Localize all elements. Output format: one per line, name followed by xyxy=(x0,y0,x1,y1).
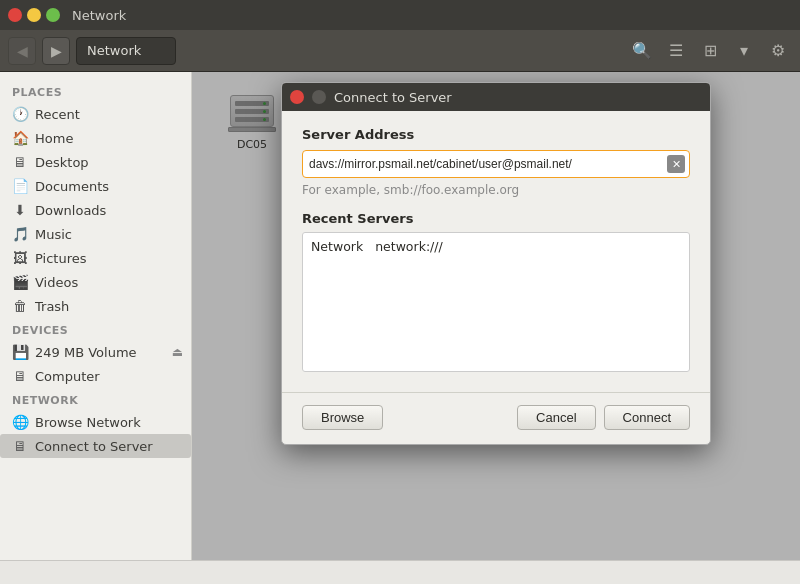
sidebar-item-music[interactable]: 🎵 Music xyxy=(0,222,191,246)
chevron-down-icon: ▾ xyxy=(740,41,748,60)
search-icon: 🔍 xyxy=(632,41,652,60)
cancel-button[interactable]: Cancel xyxy=(517,405,595,430)
toolbar: ◀ ▶ Network 🔍 ☰ ⊞ ▾ ⚙ xyxy=(0,30,800,72)
recent-server-name: Network xyxy=(311,239,363,254)
view-grid-button[interactable]: ⊞ xyxy=(696,37,724,65)
places-header: Places xyxy=(0,80,191,102)
sidebar-item-videos[interactable]: 🎬 Videos xyxy=(0,270,191,294)
sidebar-item-recent-label: Recent xyxy=(35,107,80,122)
sidebar-item-music-label: Music xyxy=(35,227,72,242)
sidebar-item-trash[interactable]: 🗑 Trash xyxy=(0,294,191,318)
app-window: Network ◀ ▶ Network 🔍 ☰ ⊞ ▾ ⚙ Places 🕐 R… xyxy=(0,0,800,584)
dialog-close-button[interactable] xyxy=(290,90,304,104)
sidebar-item-volume-label: 249 MB Volume xyxy=(35,345,137,360)
browse-button[interactable]: Browse xyxy=(302,405,383,430)
sidebar-item-connect-to-server-label: Connect to Server xyxy=(35,439,153,454)
settings-button[interactable]: ⚙ xyxy=(764,37,792,65)
sidebar-item-pictures-label: Pictures xyxy=(35,251,86,266)
minimize-button[interactable] xyxy=(27,8,41,22)
server-address-label: Server Address xyxy=(302,127,690,142)
grid-view-icon: ⊞ xyxy=(704,41,717,60)
dialog-overlay: Connect to Server Server Address ✕ For e… xyxy=(192,72,800,560)
sidebar-item-desktop-label: Desktop xyxy=(35,155,89,170)
sidebar-item-documents-label: Documents xyxy=(35,179,109,194)
window-controls xyxy=(8,8,60,22)
recent-icon: 🕐 xyxy=(12,106,28,122)
sidebar-item-browse-network[interactable]: 🌐 Browse Network xyxy=(0,410,191,434)
list-view-icon: ☰ xyxy=(669,41,683,60)
music-icon: 🎵 xyxy=(12,226,28,242)
sidebar-item-computer[interactable]: 🖥 Computer xyxy=(0,364,191,388)
sidebar-item-connect-to-server[interactable]: 🖥 Connect to Server xyxy=(0,434,191,458)
sidebar-item-downloads-label: Downloads xyxy=(35,203,106,218)
view-dropdown-button[interactable]: ▾ xyxy=(730,37,758,65)
sidebar-item-home-label: Home xyxy=(35,131,73,146)
trash-icon: 🗑 xyxy=(12,298,28,314)
back-button[interactable]: ◀ xyxy=(8,37,36,65)
connect-server-icon: 🖥 xyxy=(12,438,28,454)
recent-servers-label: Recent Servers xyxy=(302,211,690,226)
recent-server-address: network:/// xyxy=(375,239,443,254)
sidebar-item-recent[interactable]: 🕐 Recent xyxy=(0,102,191,126)
gear-icon: ⚙ xyxy=(771,41,785,60)
computer-icon: 🖥 xyxy=(12,368,28,384)
network-header: Network xyxy=(0,388,191,410)
address-hint: For example, smb://foo.example.org xyxy=(302,183,690,197)
sidebar-item-desktop[interactable]: 🖥 Desktop xyxy=(0,150,191,174)
videos-icon: 🎬 xyxy=(12,274,28,290)
main-content: DC05 DC07 xyxy=(192,72,800,560)
devices-header: Devices xyxy=(0,318,191,340)
clear-address-button[interactable]: ✕ xyxy=(667,155,685,173)
dialog-title: Connect to Server xyxy=(334,90,452,105)
home-icon: 🏠 xyxy=(12,130,28,146)
window-title: Network xyxy=(72,8,126,23)
sidebar-item-trash-label: Trash xyxy=(35,299,69,314)
dialog-titlebar: Connect to Server xyxy=(282,83,710,111)
recent-server-item-network[interactable]: Network network:/// xyxy=(307,237,685,256)
sidebar-item-computer-label: Computer xyxy=(35,369,100,384)
content-area: Places 🕐 Recent 🏠 Home 🖥 Desktop 📄 Docum… xyxy=(0,72,800,560)
dialog-body: Server Address ✕ For example, smb://foo.… xyxy=(282,111,710,388)
view-list-button[interactable]: ☰ xyxy=(662,37,690,65)
close-button[interactable] xyxy=(8,8,22,22)
documents-icon: 📄 xyxy=(12,178,28,194)
dialog-btn-group: Cancel Connect xyxy=(517,405,690,430)
sidebar-item-downloads[interactable]: ⬇ Downloads xyxy=(0,198,191,222)
connect-to-server-dialog: Connect to Server Server Address ✕ For e… xyxy=(281,82,711,445)
eject-icon[interactable]: ⏏ xyxy=(172,345,183,359)
sidebar-item-pictures[interactable]: 🖼 Pictures xyxy=(0,246,191,270)
server-address-input[interactable] xyxy=(309,157,667,171)
location-bar: Network xyxy=(76,37,176,65)
browse-network-icon: 🌐 xyxy=(12,414,28,430)
sidebar-item-videos-label: Videos xyxy=(35,275,78,290)
sidebar-item-volume[interactable]: 💾 249 MB Volume ⏏ xyxy=(0,340,191,364)
status-bar xyxy=(0,560,800,584)
connect-button[interactable]: Connect xyxy=(604,405,690,430)
server-address-input-wrap: ✕ xyxy=(302,150,690,178)
sidebar-item-browse-network-label: Browse Network xyxy=(35,415,141,430)
dialog-minimize-button xyxy=(312,90,326,104)
sidebar-item-documents[interactable]: 📄 Documents xyxy=(0,174,191,198)
desktop-icon: 🖥 xyxy=(12,154,28,170)
maximize-button[interactable] xyxy=(46,8,60,22)
downloads-icon: ⬇ xyxy=(12,202,28,218)
recent-servers-list[interactable]: Network network:/// xyxy=(302,232,690,372)
search-button[interactable]: 🔍 xyxy=(628,37,656,65)
pictures-icon: 🖼 xyxy=(12,250,28,266)
volume-icon: 💾 xyxy=(12,344,28,360)
sidebar: Places 🕐 Recent 🏠 Home 🖥 Desktop 📄 Docum… xyxy=(0,72,192,560)
title-bar: Network xyxy=(0,0,800,30)
forward-button[interactable]: ▶ xyxy=(42,37,70,65)
dialog-buttons: Browse Cancel Connect xyxy=(282,392,710,444)
sidebar-item-home[interactable]: 🏠 Home xyxy=(0,126,191,150)
